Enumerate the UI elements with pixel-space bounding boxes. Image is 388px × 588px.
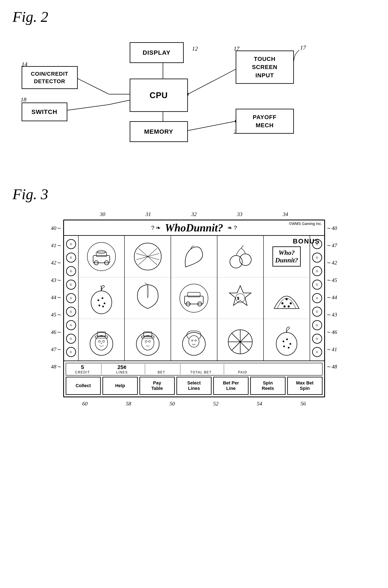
- spin-reels-button[interactable]: SpinReels: [250, 377, 286, 395]
- svg-point-49: [180, 284, 208, 312]
- right-ref-43: 43: [332, 312, 337, 318]
- reel4-row2: $: [217, 277, 263, 319]
- reel-ref-30: 30: [100, 211, 105, 217]
- memory-label: MEMORY: [144, 128, 173, 135]
- svg-point-58: [230, 256, 242, 268]
- right-ref-41: 41: [332, 346, 337, 353]
- reel2-row2: [125, 277, 171, 319]
- credit-value: 5: [81, 364, 84, 371]
- right-btn-7[interactable]: ①: [312, 320, 322, 330]
- pay-table-button[interactable]: PayTable: [140, 377, 175, 395]
- control-buttons-row: Collect Help PayTable SelectLines Bet Pe…: [66, 377, 322, 395]
- right-ref-48: 48: [332, 364, 337, 370]
- reel4-row3: [217, 319, 263, 360]
- reel-1: [78, 236, 125, 360]
- svg-point-54: [182, 332, 205, 355]
- btn-ref-58a: 58: [126, 401, 131, 407]
- svg-text:17: 17: [300, 44, 306, 51]
- left-btn-7[interactable]: ①: [66, 320, 76, 330]
- left-side-buttons: ① ① ① ① ① ① ① ① ①: [64, 236, 78, 360]
- left-btn-9[interactable]: ①: [66, 347, 76, 357]
- left-ref-41: 41: [51, 242, 56, 249]
- paid-section: PAID: [226, 364, 259, 374]
- right-ref-44: 44: [332, 294, 337, 301]
- svg-point-73: [276, 332, 297, 355]
- reel1-row3: [78, 319, 124, 360]
- right-btn-4[interactable]: ①: [312, 280, 322, 290]
- svg-point-34: [98, 305, 100, 306]
- left-btn-8[interactable]: ①: [66, 334, 76, 344]
- star-icon: $: [226, 281, 255, 315]
- switch-label: SWITCH: [31, 108, 57, 115]
- left-btn-1[interactable]: ①: [66, 239, 76, 249]
- right-ref-47: 47: [332, 242, 337, 249]
- right-btn-8[interactable]: ①: [312, 334, 322, 344]
- paid-label: PAID: [238, 371, 247, 374]
- right-ref-46: 46: [332, 329, 337, 335]
- bet-per-line-button[interactable]: Bet PerLine: [213, 377, 248, 395]
- svg-point-48: [148, 341, 150, 342]
- lines-value: 25¢: [118, 364, 126, 371]
- svg-point-72: [288, 306, 290, 307]
- reel5-row3: [264, 319, 310, 360]
- coin-credit-box: COIN/CREDITDETECTOR: [22, 66, 78, 89]
- title-bar: ? ❧ WhoDunnit? ❧ ? ©WMS Gaming Inc.: [64, 220, 324, 236]
- left-btn-5[interactable]: ①: [66, 293, 76, 303]
- reel-ref-34: 34: [283, 211, 288, 217]
- lines-section: 25¢ LINES: [103, 364, 145, 374]
- fig2-title: Fig. 2: [12, 8, 376, 26]
- svg-line-3: [63, 104, 109, 111]
- detective-icon: [87, 323, 116, 356]
- svg-point-71: [284, 306, 286, 307]
- svg-text:$: $: [237, 296, 239, 301]
- left-btn-2[interactable]: ①: [66, 253, 76, 263]
- reel-3: [171, 236, 217, 360]
- left-btn-3[interactable]: ①: [66, 266, 76, 276]
- left-btn-4[interactable]: ①: [66, 280, 76, 290]
- memory-box: MEMORY: [130, 121, 188, 142]
- cpu-label: CPU: [150, 91, 168, 100]
- girl-icon: [179, 323, 208, 356]
- svg-point-69: [286, 298, 288, 300]
- max-bet-spin-button[interactable]: Max BetSpin: [287, 377, 322, 395]
- right-btn-2[interactable]: ①: [312, 253, 322, 263]
- left-ref-45: 45: [51, 312, 56, 318]
- reel1-row2: [78, 277, 124, 319]
- select-lines-button[interactable]: SelectLines: [176, 377, 212, 395]
- fig2-section: Fig. 2: [12, 8, 376, 169]
- btn-ref-54: 54: [257, 401, 262, 407]
- svg-line-0: [76, 77, 109, 94]
- title-question-left: ? ❧: [151, 224, 161, 231]
- title-question-right: ❧ ?: [227, 224, 237, 231]
- reels-with-sides: ① ① ① ① ① ① ① ① ①: [64, 236, 324, 360]
- svg-point-56: [192, 340, 193, 341]
- paid-value: [242, 364, 243, 371]
- game-title: WhoDunnit?: [165, 222, 223, 234]
- right-btn-6[interactable]: ①: [312, 307, 322, 317]
- left-btn-6[interactable]: ①: [66, 307, 76, 317]
- help-button[interactable]: Help: [102, 377, 138, 395]
- right-btn-9[interactable]: ①: [312, 347, 322, 357]
- reel2-row3: [125, 319, 171, 360]
- right-ref-45: 45: [332, 277, 337, 283]
- fig3-section: Fig. 3 30 31 32 33 34 40 ~: [12, 186, 376, 407]
- right-side-buttons: ① ① ① ① ① ① ① ① ①: [310, 236, 324, 360]
- whodunnit-logo: Who?Dunnit?: [272, 246, 301, 266]
- reel3-row2: [171, 277, 217, 319]
- svg-point-75: [286, 338, 288, 340]
- right-btn-5[interactable]: ①: [312, 293, 322, 303]
- svg-marker-60: [229, 286, 251, 306]
- car2-icon: [179, 281, 208, 315]
- svg-point-40: [98, 341, 100, 342]
- lemon-slice-icon: [226, 323, 255, 356]
- touchscreen-label: TOUCHSCREENINPUT: [252, 55, 277, 79]
- svg-point-33: [104, 303, 105, 304]
- total-bet-section: TOTAL BET: [182, 364, 224, 374]
- collect-button[interactable]: Collect: [66, 377, 101, 395]
- switch-box: SWITCH: [22, 102, 67, 121]
- right-btn-3[interactable]: ①: [312, 266, 322, 276]
- coin-credit-label: COIN/CREDITDETECTOR: [31, 70, 68, 85]
- button-refs-row: 60 58 50 52 54 56: [63, 401, 325, 407]
- btn-ref-60: 60: [82, 401, 88, 407]
- svg-line-9: [188, 69, 236, 94]
